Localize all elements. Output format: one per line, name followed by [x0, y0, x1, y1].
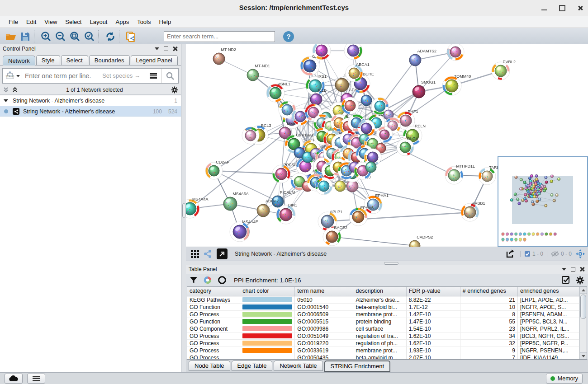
menu-item-tools[interactable]: Tools	[133, 17, 155, 27]
tab-boundaries[interactable]: Boundaries	[89, 55, 130, 65]
table-cell: GO Function	[187, 318, 240, 325]
ring-chart-icon[interactable]	[218, 276, 227, 285]
panel-menu-icon[interactable]	[562, 268, 566, 271]
menu-item-help[interactable]: Help	[155, 17, 175, 27]
gear-icon[interactable]	[171, 86, 178, 94]
zoom-in-icon	[40, 31, 52, 42]
table-scrollbar[interactable]	[579, 287, 587, 359]
vertical-splitter[interactable]	[181, 44, 186, 373]
column-header--enriched-genes[interactable]: # enriched genes	[460, 287, 518, 296]
zoom-selected-button[interactable]	[82, 30, 97, 43]
table-row[interactable]: GO ProcessGO:0006509membrane prot...1.42…	[187, 311, 579, 318]
table-row[interactable]: GO ProcessGO:0033619membrane prot...1.93…	[187, 347, 579, 354]
close-panel-icon[interactable]	[173, 47, 177, 51]
string-terms-input[interactable]	[22, 69, 145, 83]
save-session-button[interactable]	[18, 30, 33, 43]
column-header-fdr-p-value[interactable]: FDR p-value	[407, 287, 460, 296]
menu-item-select[interactable]: Select	[61, 17, 85, 27]
menu-bar: FileEditViewSelectLayoutAppsToolsHelp	[0, 16, 588, 28]
splitter-handle[interactable]	[384, 262, 398, 265]
column-header-category[interactable]: category	[187, 287, 240, 296]
close-button[interactable]	[577, 5, 583, 11]
birds-eye-canvas[interactable]	[498, 157, 585, 244]
search-input[interactable]	[164, 31, 275, 42]
tab-legend-panel[interactable]: Legend Panel	[131, 55, 178, 65]
tab-node-table[interactable]: Node Table	[189, 361, 230, 371]
table-row[interactable]: KEGG Pathways05010Alzheimer's dise...8.8…	[187, 296, 579, 304]
table-row[interactable]: GO ProcessGO:0051049regulation of tra...…	[187, 332, 579, 340]
menu-item-view[interactable]: View	[40, 17, 61, 27]
tab-network[interactable]: Network	[3, 56, 35, 66]
close-panel-icon[interactable]	[580, 267, 584, 272]
control-panel: Control Panel NetworkStyleSelectBoundari…	[0, 44, 181, 373]
expand-all-icon[interactable]	[12, 87, 18, 93]
memory-button[interactable]: Memory	[546, 374, 583, 384]
filter-icon[interactable]	[190, 276, 198, 284]
clone-network-button[interactable]	[124, 30, 138, 43]
column-header-description[interactable]: description	[353, 287, 406, 296]
float-panel-icon[interactable]	[571, 267, 575, 272]
cloud-button[interactable]	[5, 374, 23, 384]
collapse-all-icon[interactable]	[3, 87, 9, 93]
tab-network-table[interactable]: Network Table	[274, 361, 322, 371]
birds-eye-view[interactable]	[498, 156, 588, 247]
table-cell: membrane prot...	[353, 311, 406, 318]
tab-style[interactable]: Style	[36, 55, 60, 65]
export-network-button[interactable]	[504, 248, 517, 259]
panel-menu-icon[interactable]	[155, 47, 159, 50]
table-row[interactable]: GO FunctionGO:0005515protein binding1.47…	[187, 318, 579, 325]
zoom-in-button[interactable]	[39, 30, 53, 43]
table-row[interactable]: GO FunctionGO:0001540beta-amyloid bi...1…	[187, 304, 579, 311]
collection-count: 1	[174, 98, 177, 104]
table-row[interactable]: GO ProcessGO:0019220regulation of ph...1…	[187, 340, 579, 347]
pie-chart-icon[interactable]	[203, 276, 212, 285]
menu-item-file[interactable]: File	[5, 17, 22, 27]
zoom-out-button[interactable]	[53, 30, 68, 43]
table-cell	[240, 296, 295, 303]
zoom-fit-button[interactable]	[68, 30, 82, 43]
table-cell: 1.62E-10	[407, 340, 460, 347]
menu-item-layout[interactable]: Layout	[85, 17, 111, 27]
tree-expand-icon[interactable]	[4, 99, 8, 102]
table-cell: regulation of tra...	[353, 332, 406, 339]
float-panel-icon[interactable]	[164, 47, 168, 51]
open-session-button[interactable]	[4, 30, 18, 43]
detach-view-button[interactable]	[217, 248, 228, 259]
column-header-enriched-genes[interactable]: enriched genes	[518, 287, 579, 296]
splitter-handle[interactable]	[182, 203, 185, 218]
network-row[interactable]: String Network - Alzheimer's disease 100…	[0, 106, 181, 117]
help-button[interactable]: ?	[283, 31, 294, 42]
menu-item-edit[interactable]: Edit	[22, 17, 40, 27]
menu-item-apps[interactable]: Apps	[112, 17, 133, 27]
table-row[interactable]: GO ComponentGO:0009986cell surface1.54E-…	[187, 325, 579, 332]
tab-select[interactable]: Select	[61, 55, 88, 65]
share-view-button[interactable]	[201, 248, 214, 259]
network-collection-row[interactable]: String Network - Alzheimer's disease 1	[0, 95, 181, 106]
column-header-chart-color[interactable]: chart color	[240, 287, 295, 296]
tab-string-enrichment[interactable]: STRING Enrichment	[324, 361, 390, 372]
table-row[interactable]: GO ProcessGO:0050435beta-amyloid m...2.0…	[187, 354, 579, 359]
table-cell: GO:0019220	[295, 340, 353, 347]
horizontal-splitter[interactable]	[186, 261, 588, 265]
hidden-eye-icon[interactable]	[551, 251, 559, 257]
tab-edge-table[interactable]: Edge Table	[232, 361, 273, 371]
scrollbar-thumb[interactable]	[580, 295, 586, 319]
table-cell: GO Process	[187, 354, 240, 359]
scroll-up-button[interactable]	[580, 287, 587, 294]
string-protein-query-selector[interactable]: STRING	[3, 69, 22, 83]
refresh-button[interactable]	[103, 30, 118, 43]
navigate-compass-icon[interactable]	[575, 249, 585, 259]
maximize-button[interactable]	[559, 5, 565, 11]
table-cell: 9	[460, 347, 518, 354]
network-view-title: String Network - Alzheimer's disease	[235, 251, 504, 257]
grid-view-button[interactable]	[189, 248, 201, 259]
column-header-term-name[interactable]: term name	[295, 287, 353, 296]
minimize-button[interactable]	[541, 5, 547, 11]
scroll-down-button[interactable]	[580, 352, 587, 359]
gear-icon[interactable]	[576, 276, 584, 285]
task-history-button[interactable]	[27, 374, 45, 384]
string-options-button[interactable]	[145, 69, 161, 83]
string-search-button[interactable]	[161, 69, 178, 83]
selected-checkbox-icon[interactable]	[524, 251, 531, 257]
select-rows-checkbox-icon[interactable]	[561, 276, 570, 285]
